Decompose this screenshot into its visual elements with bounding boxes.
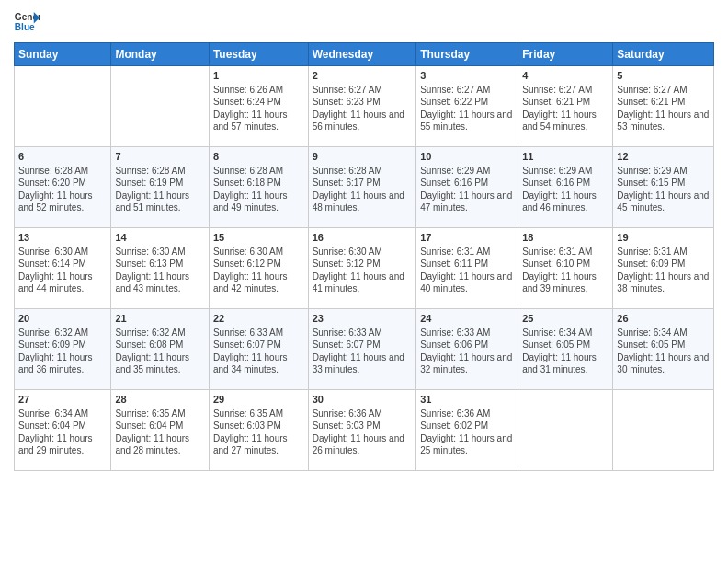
calendar-cell: 18Sunrise: 6:31 AMSunset: 6:10 PMDayligh…: [518, 228, 613, 309]
calendar-cell: 30Sunrise: 6:36 AMSunset: 6:03 PMDayligh…: [308, 390, 416, 471]
day-info-line: Sunset: 6:13 PM: [115, 258, 204, 270]
day-number: 11: [522, 150, 609, 164]
day-info-line: Sunrise: 6:30 AM: [18, 246, 107, 259]
day-info-line: Sunset: 6:08 PM: [115, 339, 204, 351]
day-info-line: Sunset: 6:07 PM: [313, 339, 413, 351]
day-info-line: Sunset: 6:24 PM: [213, 96, 304, 109]
calendar-week-row: 20Sunrise: 6:32 AMSunset: 6:09 PMDayligh…: [15, 309, 714, 390]
day-info-line: Daylight: 11 hours and 38 minutes.: [617, 270, 710, 295]
calendar-cell: 12Sunrise: 6:29 AMSunset: 6:15 PMDayligh…: [613, 147, 714, 228]
calendar-cell: 26Sunrise: 6:34 AMSunset: 6:05 PMDayligh…: [613, 309, 714, 390]
day-info-line: Sunset: 6:14 PM: [18, 258, 107, 270]
day-info-line: Daylight: 11 hours and 45 minutes.: [617, 190, 710, 214]
day-number: 22: [213, 312, 304, 326]
day-info-line: Sunset: 6:03 PM: [213, 419, 304, 432]
day-number: 4: [522, 69, 609, 83]
day-info-line: Sunset: 6:17 PM: [313, 177, 413, 190]
weekday-header: Sunday: [15, 43, 111, 66]
day-info-line: Sunrise: 6:35 AM: [115, 408, 204, 420]
day-info-line: Daylight: 11 hours and 43 minutes.: [115, 270, 204, 295]
day-info-line: Sunset: 6:16 PM: [420, 177, 514, 190]
day-number: 27: [18, 393, 107, 407]
calendar-header-row: SundayMondayTuesdayWednesdayThursdayFrid…: [15, 43, 714, 66]
calendar-cell: 8Sunrise: 6:28 AMSunset: 6:18 PMDaylight…: [209, 147, 308, 228]
day-info-line: Sunrise: 6:28 AM: [213, 165, 304, 178]
day-info-line: Sunrise: 6:31 AM: [617, 246, 710, 259]
day-info-line: Daylight: 11 hours and 44 minutes.: [18, 270, 107, 295]
calendar-cell: 22Sunrise: 6:33 AMSunset: 6:07 PMDayligh…: [209, 309, 308, 390]
day-info-line: Daylight: 11 hours and 29 minutes.: [18, 432, 107, 457]
day-number: 25: [522, 312, 609, 326]
day-info-line: Sunrise: 6:27 AM: [522, 84, 609, 97]
calendar-cell: 5Sunrise: 6:27 AMSunset: 6:21 PMDaylight…: [613, 66, 714, 147]
day-info-line: Sunset: 6:05 PM: [522, 339, 609, 351]
day-number: 17: [420, 231, 514, 245]
day-info-line: Daylight: 11 hours and 35 minutes.: [115, 351, 204, 376]
day-info-line: Sunset: 6:12 PM: [213, 258, 304, 270]
day-info-line: Sunrise: 6:34 AM: [617, 327, 710, 339]
day-info-line: Sunset: 6:05 PM: [617, 339, 710, 351]
calendar-cell: [518, 390, 613, 471]
day-info-line: Daylight: 11 hours and 52 minutes.: [18, 190, 107, 214]
day-info-line: Daylight: 11 hours and 47 minutes.: [420, 190, 514, 214]
day-number: 10: [420, 150, 514, 164]
logo-icon: General Blue: [14, 9, 40, 35]
calendar-cell: 17Sunrise: 6:31 AMSunset: 6:11 PMDayligh…: [416, 228, 518, 309]
day-info-line: Sunset: 6:04 PM: [18, 419, 107, 432]
day-info-line: Sunset: 6:21 PM: [522, 96, 609, 109]
day-info-line: Daylight: 11 hours and 49 minutes.: [213, 190, 304, 214]
day-number: 8: [213, 150, 304, 164]
day-info-line: Sunset: 6:11 PM: [420, 258, 514, 270]
day-info-line: Daylight: 11 hours and 39 minutes.: [522, 270, 609, 295]
day-info-line: Sunrise: 6:34 AM: [522, 327, 609, 339]
calendar-cell: 7Sunrise: 6:28 AMSunset: 6:19 PMDaylight…: [111, 147, 209, 228]
day-info-line: Sunrise: 6:27 AM: [313, 84, 413, 97]
day-info-line: Sunset: 6:10 PM: [522, 258, 609, 270]
day-info-line: Sunrise: 6:29 AM: [522, 165, 609, 178]
calendar-cell: 14Sunrise: 6:30 AMSunset: 6:13 PMDayligh…: [111, 228, 209, 309]
day-info-line: Sunset: 6:09 PM: [18, 339, 107, 351]
day-info-line: Daylight: 11 hours and 33 minutes.: [313, 351, 413, 376]
day-info-line: Sunset: 6:21 PM: [617, 96, 710, 109]
day-number: 19: [617, 231, 710, 245]
day-info-line: Daylight: 11 hours and 31 minutes.: [522, 351, 609, 376]
weekday-header: Friday: [518, 43, 613, 66]
day-number: 14: [115, 231, 204, 245]
day-info-line: Sunset: 6:23 PM: [313, 96, 413, 109]
day-info-line: Daylight: 11 hours and 26 minutes.: [313, 432, 413, 457]
header: General Blue: [14, 9, 714, 35]
weekday-header: Wednesday: [308, 43, 416, 66]
calendar-cell: 9Sunrise: 6:28 AMSunset: 6:17 PMDaylight…: [308, 147, 416, 228]
day-info-line: Daylight: 11 hours and 32 minutes.: [420, 351, 514, 376]
day-info-line: Daylight: 11 hours and 53 minutes.: [617, 109, 710, 133]
calendar-cell: 31Sunrise: 6:36 AMSunset: 6:02 PMDayligh…: [416, 390, 518, 471]
day-info-line: Sunrise: 6:29 AM: [617, 165, 710, 178]
day-info-line: Sunset: 6:18 PM: [213, 177, 304, 190]
day-number: 7: [115, 150, 204, 164]
calendar-cell: 27Sunrise: 6:34 AMSunset: 6:04 PMDayligh…: [15, 390, 111, 471]
weekday-header: Saturday: [613, 43, 714, 66]
calendar-cell: 20Sunrise: 6:32 AMSunset: 6:09 PMDayligh…: [15, 309, 111, 390]
day-info-line: Sunrise: 6:28 AM: [313, 165, 413, 178]
day-number: 12: [617, 150, 710, 164]
day-info-line: Sunrise: 6:31 AM: [522, 246, 609, 259]
day-info-line: Sunrise: 6:33 AM: [420, 327, 514, 339]
calendar-table: SundayMondayTuesdayWednesdayThursdayFrid…: [14, 42, 714, 471]
weekday-header: Thursday: [416, 43, 518, 66]
day-number: 29: [213, 393, 304, 407]
day-info-line: Sunrise: 6:28 AM: [18, 165, 107, 178]
day-number: 21: [115, 312, 204, 326]
svg-text:Blue: Blue: [15, 22, 35, 32]
day-info-line: Daylight: 11 hours and 40 minutes.: [420, 270, 514, 295]
day-info-line: Sunrise: 6:30 AM: [115, 246, 204, 259]
day-number: 26: [617, 312, 710, 326]
day-info-line: Sunset: 6:04 PM: [115, 419, 204, 432]
calendar-cell: [15, 66, 111, 147]
day-number: 18: [522, 231, 609, 245]
page: General Blue SundayMondayTuesdayWednesda…: [0, 0, 728, 563]
day-info-line: Sunrise: 6:28 AM: [115, 165, 204, 178]
calendar-cell: 2Sunrise: 6:27 AMSunset: 6:23 PMDaylight…: [308, 66, 416, 147]
day-info-line: Daylight: 11 hours and 41 minutes.: [313, 270, 413, 295]
day-number: 30: [313, 393, 413, 407]
day-info-line: Sunrise: 6:29 AM: [420, 165, 514, 178]
